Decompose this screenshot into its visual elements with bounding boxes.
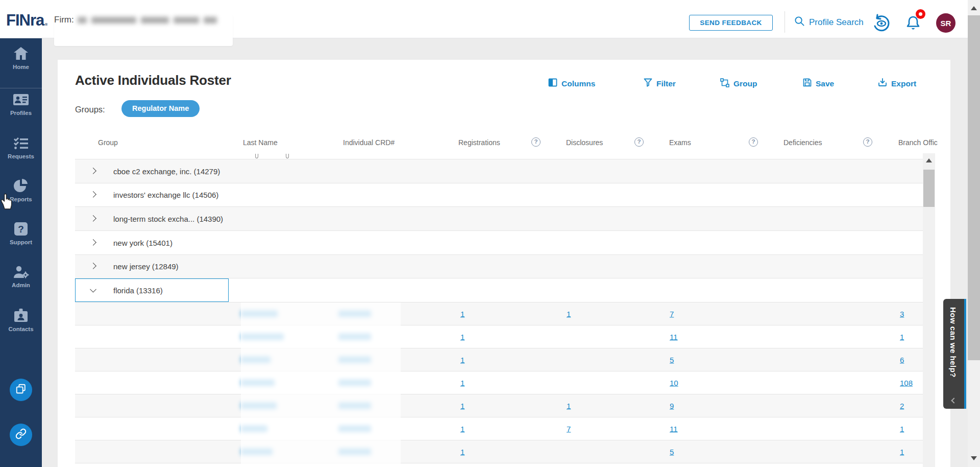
registrations-link[interactable]: 1 xyxy=(460,309,464,318)
group-row[interactable]: investors' exchange llc (14506) xyxy=(75,183,923,207)
crd-redacted[interactable] xyxy=(338,356,371,363)
column-header-last-name[interactable]: Last Name xyxy=(243,138,278,147)
last-name-redacted[interactable] xyxy=(241,310,278,317)
chevron-down-icon[interactable] xyxy=(90,286,96,293)
scroll-up-arrow[interactable] xyxy=(926,158,932,162)
registrations-link[interactable]: 1 xyxy=(460,355,464,364)
table-row: 1 1 9 2 xyxy=(75,394,923,417)
sidebar-item-reports[interactable]: Reports xyxy=(0,178,42,202)
crd-redacted[interactable] xyxy=(338,379,371,386)
last-name-redacted[interactable] xyxy=(241,402,277,409)
exams-link[interactable]: 10 xyxy=(670,378,678,387)
crd-redacted[interactable] xyxy=(338,333,371,340)
branch-offices-link[interactable]: 1 xyxy=(900,447,904,456)
group-row[interactable]: new jersey (12849) xyxy=(75,255,923,279)
page-scrollbar-thumb[interactable] xyxy=(968,15,980,360)
group-button[interactable]: Group xyxy=(720,78,757,89)
export-icon xyxy=(878,78,887,89)
chevron-right-icon[interactable] xyxy=(90,263,96,270)
registrations-link[interactable]: 1 xyxy=(460,378,464,387)
exams-link[interactable]: 5 xyxy=(670,355,674,364)
crd-redacted[interactable] xyxy=(338,402,371,409)
deficiencies-help-icon[interactable]: ? xyxy=(863,137,872,147)
scroll-down-arrow[interactable] xyxy=(971,456,977,460)
sidebar-divider xyxy=(0,88,42,88)
app-switcher-button[interactable] xyxy=(10,379,32,401)
exams-help-icon[interactable]: ? xyxy=(749,137,758,147)
quick-links-button[interactable] xyxy=(10,424,32,446)
exams-link[interactable]: 7 xyxy=(670,309,674,318)
crd-redacted[interactable] xyxy=(338,310,371,317)
last-name-redacted[interactable] xyxy=(241,379,275,386)
sidebar-item-home[interactable]: Home xyxy=(0,46,42,70)
branch-offices-link[interactable]: 1 xyxy=(900,424,904,433)
disclosures-link[interactable]: 7 xyxy=(567,424,571,433)
table-row: 1 10 108 xyxy=(75,371,923,394)
help-tab[interactable]: How can we help? xyxy=(943,299,966,409)
group-row[interactable]: long-term stock excha... (14390) xyxy=(75,207,923,231)
crd-redacted[interactable] xyxy=(338,425,371,432)
scroll-up-arrow[interactable] xyxy=(971,6,977,10)
app-root: FINra. Firm: SEND FEEDBACK Profile Searc… xyxy=(0,0,980,467)
registrations-link[interactable]: 1 xyxy=(460,424,464,433)
last-name-redacted[interactable] xyxy=(241,448,273,455)
last-name-redacted[interactable] xyxy=(241,425,267,432)
branch-offices-link[interactable]: 3 xyxy=(900,309,904,318)
column-header-registrations[interactable]: Registrations xyxy=(458,138,500,147)
group-chip-regulator-name[interactable]: Regulator Name xyxy=(121,100,200,117)
last-name-redacted[interactable] xyxy=(241,333,284,340)
columns-button[interactable]: Columns xyxy=(548,78,595,89)
chevron-right-icon[interactable] xyxy=(90,192,96,198)
export-button[interactable]: Export xyxy=(878,78,916,89)
profile-search-link[interactable]: Profile Search xyxy=(794,16,864,29)
column-header-individual-crd[interactable]: Individual CRD# xyxy=(343,138,395,147)
disclosures-link[interactable]: 1 xyxy=(567,401,571,410)
branch-offices-link[interactable]: 6 xyxy=(900,355,904,364)
disclosures-help-icon[interactable]: ? xyxy=(634,137,644,147)
user-gear-icon xyxy=(0,264,42,279)
send-feedback-button[interactable]: SEND FEEDBACK xyxy=(689,15,773,31)
table-scrollbar-thumb[interactable] xyxy=(923,170,935,207)
sidebar-item-support[interactable]: ? Support xyxy=(0,221,42,245)
crd-redacted[interactable] xyxy=(338,448,371,455)
sidebar-item-admin[interactable]: Admin xyxy=(0,264,42,288)
branch-offices-link[interactable]: 108 xyxy=(900,378,913,387)
column-header-group[interactable]: Group xyxy=(98,138,118,147)
chevron-right-icon[interactable] xyxy=(90,215,96,222)
registrations-link[interactable]: 1 xyxy=(460,332,464,341)
sidebar-item-requests[interactable]: Requests xyxy=(0,135,42,159)
page-scrollbar[interactable] xyxy=(968,0,980,467)
exams-link[interactable]: 5 xyxy=(670,447,674,456)
group-row[interactable]: cboe c2 exchange, inc. (14279) xyxy=(75,159,923,183)
column-header-deficiencies[interactable]: Deficiencies xyxy=(783,138,822,147)
recently-viewed-icon[interactable] xyxy=(871,13,891,36)
last-name-redacted[interactable] xyxy=(241,356,271,363)
page-title: Active Individuals Roster xyxy=(75,73,231,88)
sidebar-item-profiles[interactable]: Profiles xyxy=(0,92,42,116)
chevron-right-icon[interactable] xyxy=(90,239,96,246)
exams-link[interactable]: 11 xyxy=(670,424,678,433)
user-avatar[interactable]: SR xyxy=(936,13,955,33)
help-tab-label: How can we help? xyxy=(949,307,958,378)
table-scrollbar[interactable] xyxy=(923,153,935,467)
save-button[interactable]: Save xyxy=(803,78,834,89)
table-row: 1 5 1 xyxy=(75,440,923,463)
filter-icon xyxy=(644,78,652,89)
exams-link[interactable]: 9 xyxy=(670,401,674,410)
column-header-exams[interactable]: Exams xyxy=(669,138,691,147)
disclosures-link[interactable]: 1 xyxy=(567,309,571,318)
chevron-right-icon[interactable] xyxy=(90,168,96,174)
branch-offices-link[interactable]: 2 xyxy=(900,401,904,410)
registrations-help-icon[interactable]: ? xyxy=(531,137,541,147)
column-header-branch-offices[interactable]: Branch Offic xyxy=(898,138,938,147)
exams-link[interactable]: 11 xyxy=(670,332,678,341)
group-row[interactable]: new york (15401) xyxy=(75,231,923,255)
column-header-disclosures[interactable]: Disclosures xyxy=(566,138,603,147)
branch-offices-link[interactable]: 1 xyxy=(900,332,904,341)
table-header: Group Last Name Individual CRD# Registra… xyxy=(75,133,940,153)
sidebar-item-contacts[interactable]: Contacts xyxy=(0,308,42,332)
registrations-link[interactable]: 1 xyxy=(460,401,464,410)
filter-button[interactable]: Filter xyxy=(644,78,676,89)
registrations-link[interactable]: 1 xyxy=(460,447,464,456)
group-row-expanded[interactable]: florida (13316) xyxy=(75,278,923,302)
